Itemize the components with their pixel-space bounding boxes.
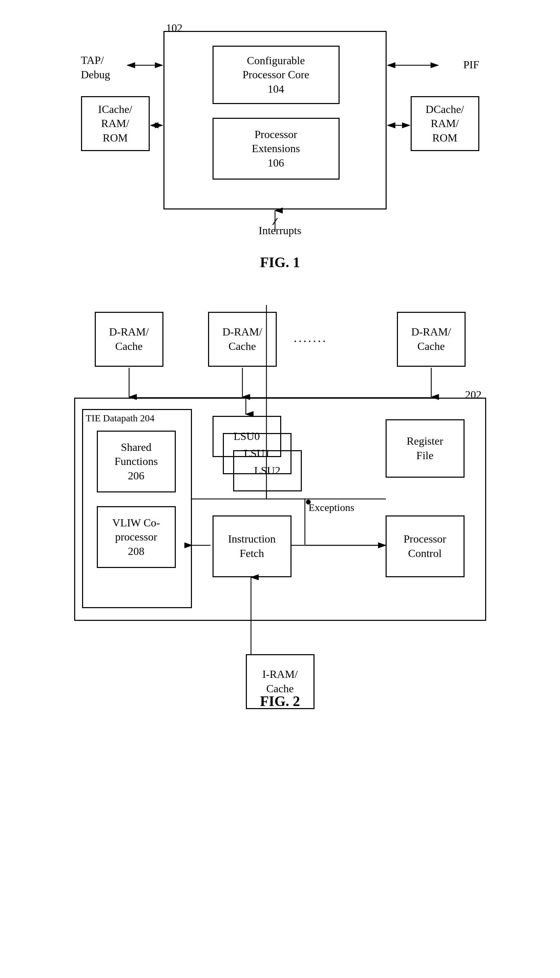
dram1-t2: Cache [115, 340, 143, 352]
ifetch-text: Instruction Fetch [228, 532, 276, 560]
extensions-text: Processor Extensions 106 [252, 127, 300, 170]
core-t2: Processor Core [242, 68, 309, 81]
dram2-t1: D-RAM/ [222, 325, 262, 338]
procctrl-t2: Control [408, 547, 442, 560]
dram3-text: D-RAM/ Cache [411, 325, 451, 353]
svg-line-9 [273, 218, 277, 225]
procctrl-t1: Processor [403, 533, 446, 545]
ext-t2: Extensions [252, 142, 300, 155]
ifetch-t2: Fetch [240, 547, 264, 560]
icache-t3: ROM [103, 132, 128, 144]
fig1-diagram: TAP/ Debug PIF ICache/ RAM/ ROM DCache/ … [74, 21, 486, 244]
tap-text1: TAP/ [81, 54, 104, 66]
shared-functions-box: Shared Functions 206 [97, 431, 176, 492]
shared-t1: Shared [121, 441, 152, 453]
procctrl-text: Processor Control [403, 532, 446, 560]
ifetch-box: Instruction Fetch [213, 515, 292, 577]
iram-t2: Cache [267, 682, 294, 695]
ifetch-t1: Instruction [228, 533, 276, 545]
ext-t3: 106 [268, 157, 284, 169]
tie-datapath-box: TIE Datapath 204 Shared Functions 206 VL… [82, 409, 192, 608]
core-t1: Configurable [247, 54, 305, 67]
vliw-text: VLIW Co- processor 208 [112, 516, 160, 559]
iram-t1: I-RAM/ [262, 668, 298, 680]
core-box: Configurable Processor Core 104 [213, 46, 340, 104]
regfile-box: Register File [386, 419, 465, 478]
tie-label: TIE Datapath 204 [86, 413, 155, 424]
pif-text: PIF [463, 58, 479, 71]
fig1-area: TAP/ Debug PIF ICache/ RAM/ ROM DCache/ … [40, 21, 520, 271]
box-102: 102 Configurable Processor Core 104 Proc… [163, 31, 387, 210]
icache-t1: ICache/ [98, 103, 133, 115]
dcache-t2: RAM/ [431, 117, 459, 130]
dram1-text: D-RAM/ Cache [109, 325, 149, 353]
dram1-box: D-RAM/ Cache [95, 312, 163, 367]
fig1-caption: FIG. 1 [260, 254, 300, 271]
icache-box: ICache/ RAM/ ROM [81, 96, 150, 151]
fig2-area: D-RAM/ Cache D-RAM/ Cache ....... D-RAM/… [40, 305, 520, 710]
interrupts-label: Interrupts [258, 224, 301, 237]
box-202-num: 202 [465, 388, 482, 401]
dcache-t1: DCache/ [426, 103, 464, 115]
pif-label: PIF [463, 58, 479, 71]
dram2-t2: Cache [229, 340, 256, 352]
vliw-t3: 208 [128, 545, 145, 557]
box-202: 202 TIE Datapath 204 Shared Functions 20… [74, 398, 486, 621]
vliw-box: VLIW Co- processor 208 [97, 506, 176, 568]
dcache-text: DCache/ RAM/ ROM [426, 102, 464, 145]
iram-box: I-RAM/ Cache [246, 654, 315, 709]
interrupts-text: Interrupts [258, 224, 301, 237]
dcache-t3: ROM [432, 132, 457, 144]
regfile-t2: File [417, 449, 433, 462]
dram2-box: D-RAM/ Cache [208, 312, 277, 367]
dram2-text: D-RAM/ Cache [222, 325, 262, 353]
dram3-box: D-RAM/ Cache [397, 312, 466, 367]
dots-label: ....... [294, 331, 328, 345]
dram1-t1: D-RAM/ [109, 325, 149, 338]
vliw-t2: processor [115, 531, 157, 543]
main-container: TAP/ Debug PIF ICache/ RAM/ ROM DCache/ … [40, 21, 520, 710]
shared-t2: Functions [114, 455, 158, 467]
shared-text: Shared Functions 206 [114, 440, 158, 483]
lsu2-box: LSU2 [233, 450, 302, 491]
core-text: Configurable Processor Core 104 [242, 53, 309, 97]
procctrl-box: Processor Control [386, 515, 465, 577]
tap-text2: Debug [81, 68, 110, 81]
dram3-t1: D-RAM/ [411, 325, 451, 338]
regfile-text: Register File [407, 434, 443, 463]
shared-t3: 206 [128, 470, 144, 482]
box-102-num: 102 [166, 22, 183, 34]
vliw-t1: VLIW Co- [112, 516, 160, 529]
dcache-box: DCache/ RAM/ ROM [411, 96, 479, 151]
extensions-box: Processor Extensions 106 [213, 118, 340, 180]
lsu2-text: LSU2 [254, 463, 280, 478]
icache-text: ICache/ RAM/ ROM [98, 102, 133, 145]
exceptions-label: Exceptions [309, 502, 354, 513]
tap-debug-label: TAP/ Debug [81, 53, 110, 82]
ext-t1: Processor [254, 128, 297, 140]
core-t3: 104 [268, 83, 284, 95]
fig2-diagram: D-RAM/ Cache D-RAM/ Cache ....... D-RAM/… [74, 305, 486, 683]
iram-text: I-RAM/ Cache [262, 667, 298, 696]
dram3-t2: Cache [418, 340, 445, 352]
exceptions-dot [306, 500, 311, 505]
icache-t2: RAM/ [101, 117, 130, 130]
regfile-t1: Register [407, 435, 443, 447]
